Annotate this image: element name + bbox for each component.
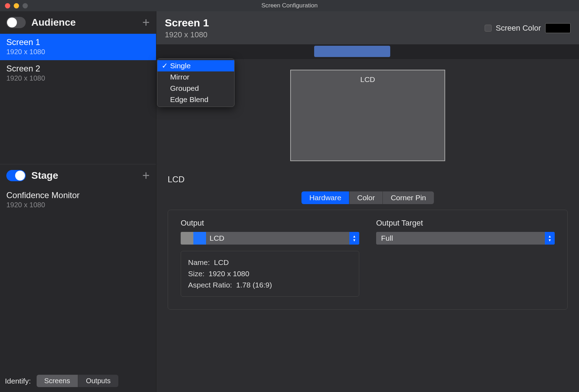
identify-screens-button[interactable]: Screens [37, 375, 78, 387]
screen-item-screen-2[interactable]: Screen 2 1920 x 1080 [0, 60, 156, 87]
traffic-lights [5, 3, 28, 8]
identify-outputs-button[interactable]: Outputs [78, 375, 118, 387]
main-header: Screen 1 1920 x 1080 Screen Color [156, 11, 579, 44]
type-option-mirror[interactable]: Mirror [157, 71, 234, 83]
screen-color-checkbox[interactable] [485, 25, 492, 32]
screen-item-resolution: 1920 x 1080 [6, 48, 150, 56]
identify-row: Identify: Screens Outputs [0, 371, 156, 392]
section-name-audience: Audience [31, 17, 142, 28]
audience-toggle[interactable] [6, 17, 26, 28]
output-tabs: Hardware Color Corner Pin [301, 191, 434, 204]
tab-corner-pin[interactable]: Corner Pin [382, 191, 434, 204]
output-label: Output [181, 219, 359, 228]
output-chip-icon [181, 232, 193, 245]
output-select[interactable]: LCD [181, 232, 359, 245]
type-option-grouped[interactable]: Grouped [157, 83, 234, 94]
section-header-audience: Audience + [0, 11, 156, 34]
screen-color-row: Screen Color [485, 23, 571, 33]
output-panel: Output LCD Name: LCD Siz [168, 210, 568, 310]
preview-label: LCD [291, 75, 444, 84]
close-button[interactable] [5, 3, 10, 8]
output-section: LCD Hardware Color Corner Pin Output [156, 168, 579, 316]
output-stepper[interactable] [349, 232, 359, 245]
tab-hardware[interactable]: Hardware [301, 191, 349, 204]
output-target-label: Output Target [376, 219, 555, 228]
section-name-stage: Stage [31, 170, 142, 181]
screen-type-select[interactable] [314, 46, 390, 57]
audience-screen-list: Screen 1 1920 x 1080 Screen 2 1920 x 108… [0, 34, 156, 87]
screen-item-name: Screen 1 [6, 37, 150, 47]
screen-item-resolution: 1920 x 1080 [6, 201, 150, 209]
screen-item-name: Screen 2 [6, 64, 150, 74]
add-stage-screen-button[interactable]: + [142, 169, 150, 182]
info-aspect: Aspect Ratio: 1.78 (16:9) [188, 279, 352, 291]
minimize-button[interactable] [14, 3, 19, 8]
page-resolution: 1920 x 1080 [165, 30, 485, 39]
screen-item-name: Confidence Monitor [6, 190, 150, 200]
preview-output[interactable]: LCD [290, 70, 445, 161]
info-name: Name: LCD [188, 257, 352, 268]
identify-label: Identify: [5, 377, 31, 385]
identify-segmented: Screens Outputs [37, 375, 118, 387]
checkmark-icon: ✓ [162, 62, 168, 70]
output-info-box: Name: LCD Size: 1920 x 1080 Aspect Ratio… [181, 251, 359, 297]
add-audience-screen-button[interactable]: + [142, 16, 150, 29]
window: Screen Configuration Audience + Screen 1… [0, 0, 579, 392]
output-target-select[interactable]: Full [376, 232, 555, 245]
stage-screen-list: Confidence Monitor 1920 x 1080 [0, 187, 156, 213]
type-option-edge-blend[interactable]: Edge Blend [157, 94, 234, 105]
output-chip-accent [193, 232, 206, 245]
tab-color[interactable]: Color [349, 191, 382, 204]
screen-color-swatch[interactable] [545, 23, 571, 33]
titlebar: Screen Configuration [0, 0, 579, 11]
body: Audience + Screen 1 1920 x 1080 Screen 2… [0, 11, 579, 392]
output-target-stepper[interactable] [545, 232, 555, 245]
screen-item-resolution: 1920 x 1080 [6, 74, 150, 82]
output-section-title: LCD [168, 175, 568, 184]
info-size: Size: 1920 x 1080 [188, 268, 352, 279]
section-header-stage: Stage + [0, 164, 156, 187]
output-target-col: Output Target Full [376, 219, 555, 297]
screen-color-label: Screen Color [496, 24, 541, 33]
type-option-single[interactable]: ✓ Single [157, 60, 234, 71]
screen-type-dropdown: ✓ Single Mirror Grouped Edge Blend [157, 58, 235, 107]
output-tabs-row: Hardware Color Corner Pin [168, 191, 568, 204]
page-title: Screen 1 [165, 17, 485, 29]
output-target-value: Full [376, 234, 545, 242]
sidebar: Audience + Screen 1 1920 x 1080 Screen 2… [0, 11, 156, 392]
window-title: Screen Configuration [0, 2, 579, 9]
screen-item-confidence-monitor[interactable]: Confidence Monitor 1920 x 1080 [0, 187, 156, 213]
screen-item-screen-1[interactable]: Screen 1 1920 x 1080 [0, 34, 156, 60]
stage-toggle[interactable] [6, 170, 26, 181]
zoom-button[interactable] [23, 3, 28, 8]
output-value: LCD [206, 234, 349, 242]
screen-type-row [156, 44, 579, 59]
output-col: Output LCD Name: LCD Siz [181, 219, 359, 297]
